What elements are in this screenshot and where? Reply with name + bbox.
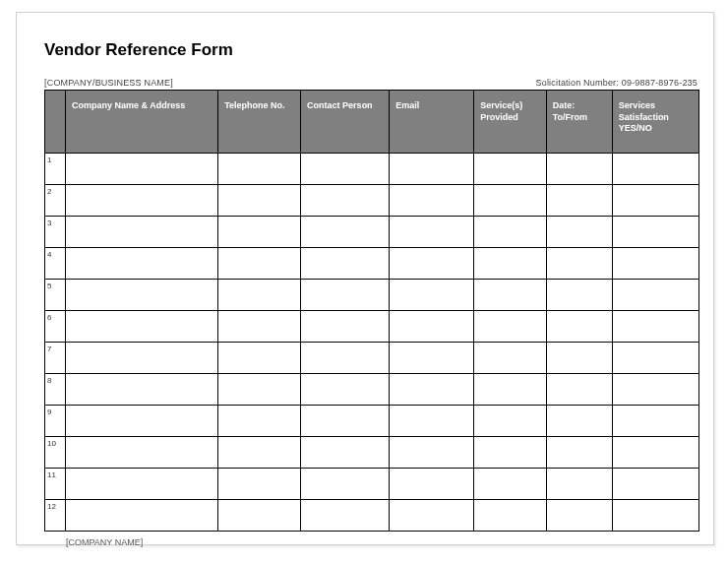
table-cell[interactable] xyxy=(390,154,474,185)
table-cell[interactable] xyxy=(546,500,612,532)
table-cell[interactable] xyxy=(301,500,390,532)
table-cell[interactable] xyxy=(301,406,390,437)
table-cell[interactable] xyxy=(65,469,217,500)
table-cell[interactable] xyxy=(474,185,546,217)
table-cell[interactable] xyxy=(301,248,390,280)
table-cell[interactable] xyxy=(218,217,301,248)
table-body: 123456789101112 xyxy=(45,154,699,532)
table-cell[interactable] xyxy=(390,217,474,248)
table-cell[interactable] xyxy=(218,437,301,469)
table-cell[interactable] xyxy=(546,185,612,217)
table-cell[interactable] xyxy=(474,343,546,374)
table-cell[interactable] xyxy=(218,374,301,406)
table-cell[interactable] xyxy=(546,343,612,374)
table-cell[interactable] xyxy=(218,469,301,500)
table-cell[interactable] xyxy=(612,469,698,500)
meta-row: [COMPANY/BUSINESS NAME] Solicitation Num… xyxy=(17,60,713,90)
row-number: 5 xyxy=(45,280,66,311)
table-cell[interactable] xyxy=(546,248,612,280)
table-cell[interactable] xyxy=(612,217,698,248)
table-row: 5 xyxy=(45,280,699,311)
table-cell[interactable] xyxy=(65,217,217,248)
table-cell[interactable] xyxy=(612,311,698,343)
table-cell[interactable] xyxy=(65,406,217,437)
table-cell[interactable] xyxy=(65,437,217,469)
table-cell[interactable] xyxy=(612,185,698,217)
table-cell[interactable] xyxy=(612,500,698,532)
table-cell[interactable] xyxy=(301,437,390,469)
table-cell[interactable] xyxy=(390,185,474,217)
table-cell[interactable] xyxy=(612,343,698,374)
table-cell[interactable] xyxy=(612,280,698,311)
table-cell[interactable] xyxy=(301,374,390,406)
table-row: 3 xyxy=(45,217,699,248)
table-cell[interactable] xyxy=(301,217,390,248)
solicitation: Solicitation Number: 09-9887-8976-235 xyxy=(535,78,698,88)
table-cell[interactable] xyxy=(474,217,546,248)
table-cell[interactable] xyxy=(546,217,612,248)
table-cell[interactable] xyxy=(474,406,546,437)
col-header: Date: To/From xyxy=(546,91,612,154)
table-cell[interactable] xyxy=(390,311,474,343)
table-cell[interactable] xyxy=(65,248,217,280)
table-cell[interactable] xyxy=(474,374,546,406)
table-cell[interactable] xyxy=(474,437,546,469)
table-cell[interactable] xyxy=(218,280,301,311)
table-cell[interactable] xyxy=(546,280,612,311)
footer-company: [COMPANY NAME] xyxy=(17,532,713,547)
table-row: 7 xyxy=(45,343,699,374)
table-cell[interactable] xyxy=(546,374,612,406)
table-cell[interactable] xyxy=(301,469,390,500)
table-cell[interactable] xyxy=(612,154,698,185)
table-cell[interactable] xyxy=(546,469,612,500)
table-cell[interactable] xyxy=(218,311,301,343)
table-cell[interactable] xyxy=(612,406,698,437)
table-cell[interactable] xyxy=(301,280,390,311)
table-cell[interactable] xyxy=(474,154,546,185)
table-cell[interactable] xyxy=(474,500,546,532)
table-cell[interactable] xyxy=(546,406,612,437)
table-cell[interactable] xyxy=(218,500,301,532)
document-page: Vendor Reference Form [COMPANY/BUSINESS … xyxy=(16,12,714,545)
table-cell[interactable] xyxy=(65,374,217,406)
table-cell[interactable] xyxy=(612,374,698,406)
table-cell[interactable] xyxy=(218,185,301,217)
table-cell[interactable] xyxy=(546,437,612,469)
table-cell[interactable] xyxy=(218,154,301,185)
table-cell[interactable] xyxy=(65,343,217,374)
table-cell[interactable] xyxy=(301,343,390,374)
table-cell[interactable] xyxy=(218,343,301,374)
row-number: 4 xyxy=(45,248,66,280)
table-cell[interactable] xyxy=(65,500,217,532)
table-cell[interactable] xyxy=(612,248,698,280)
table-cell[interactable] xyxy=(474,469,546,500)
table-cell[interactable] xyxy=(390,374,474,406)
table-cell[interactable] xyxy=(474,248,546,280)
form-title: Vendor Reference Form xyxy=(17,13,713,60)
table-cell[interactable] xyxy=(218,248,301,280)
table-cell[interactable] xyxy=(301,311,390,343)
table-cell[interactable] xyxy=(390,500,474,532)
table-cell[interactable] xyxy=(65,185,217,217)
table-cell[interactable] xyxy=(474,280,546,311)
table-cell[interactable] xyxy=(474,311,546,343)
table-cell[interactable] xyxy=(301,154,390,185)
table-cell[interactable] xyxy=(65,311,217,343)
table-wrap: Company Name & AddressTelephone No.Conta… xyxy=(44,90,699,532)
table-cell[interactable] xyxy=(390,343,474,374)
table-row: 2 xyxy=(45,185,699,217)
table-cell[interactable] xyxy=(390,437,474,469)
table-cell[interactable] xyxy=(390,248,474,280)
table-header-row: Company Name & AddressTelephone No.Conta… xyxy=(45,91,699,154)
table-cell[interactable] xyxy=(390,280,474,311)
table-cell[interactable] xyxy=(546,311,612,343)
table-cell[interactable] xyxy=(65,154,217,185)
table-cell[interactable] xyxy=(65,280,217,311)
table-cell[interactable] xyxy=(301,185,390,217)
table-cell[interactable] xyxy=(546,154,612,185)
table-cell[interactable] xyxy=(612,437,698,469)
table-cell[interactable] xyxy=(390,406,474,437)
table-cell[interactable] xyxy=(390,469,474,500)
table-cell[interactable] xyxy=(218,406,301,437)
row-number: 2 xyxy=(45,185,66,217)
